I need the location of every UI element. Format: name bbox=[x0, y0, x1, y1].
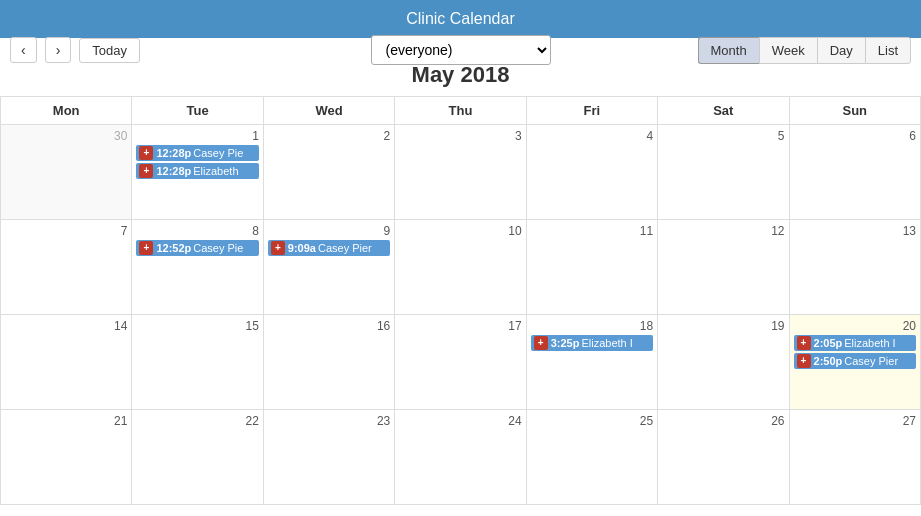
view-list-button[interactable]: List bbox=[865, 37, 911, 64]
day-number: 10 bbox=[399, 222, 521, 240]
day-number: 15 bbox=[136, 317, 258, 335]
calendar-week-3: 21222324252627 bbox=[1, 410, 921, 505]
day-number: 23 bbox=[268, 412, 390, 430]
day-number: 7 bbox=[5, 222, 127, 240]
calendar-cell[interactable]: 5 bbox=[658, 125, 789, 220]
day-number: 22 bbox=[136, 412, 258, 430]
calendar-week-1: 78+12:52pCasey Pie9+9:09aCasey Pier10111… bbox=[1, 220, 921, 315]
dow-header-sat: Sat bbox=[658, 97, 789, 125]
day-number: 4 bbox=[531, 127, 653, 145]
calendar-cell[interactable]: 4 bbox=[526, 125, 657, 220]
event-time: 2:50p bbox=[814, 355, 843, 367]
event-time: 12:52p bbox=[156, 242, 191, 254]
day-number: 6 bbox=[794, 127, 916, 145]
day-number: 17 bbox=[399, 317, 521, 335]
day-number: 26 bbox=[662, 412, 784, 430]
day-number: 20 bbox=[794, 317, 916, 335]
calendar-controls: ‹ › Today (everyone) Doctor A Doctor B M… bbox=[0, 38, 921, 62]
dow-header-sun: Sun bbox=[789, 97, 920, 125]
day-number: 16 bbox=[268, 317, 390, 335]
calendar-cell[interactable]: 9+9:09aCasey Pier bbox=[263, 220, 394, 315]
calendar-event[interactable]: +2:50pCasey Pier bbox=[794, 353, 916, 369]
day-number: 3 bbox=[399, 127, 521, 145]
calendar-event[interactable]: +3:25pElizabeth I bbox=[531, 335, 653, 351]
provider-dropdown-container: (everyone) Doctor A Doctor B bbox=[371, 35, 551, 65]
dow-header-thu: Thu bbox=[395, 97, 526, 125]
days-of-week-row: MonTueWedThuFriSatSun bbox=[1, 97, 921, 125]
calendar-cell[interactable]: 22 bbox=[132, 410, 263, 505]
calendar-cell[interactable]: 20+2:05pElizabeth I+2:50pCasey Pier bbox=[789, 315, 920, 410]
view-month-button[interactable]: Month bbox=[698, 37, 759, 64]
calendar-cell[interactable]: 30 bbox=[1, 125, 132, 220]
calendar-cell[interactable]: 6 bbox=[789, 125, 920, 220]
day-number: 21 bbox=[5, 412, 127, 430]
event-name: Elizabeth bbox=[193, 165, 238, 177]
event-icon: + bbox=[797, 354, 811, 368]
day-number: 30 bbox=[5, 127, 127, 145]
calendar-event[interactable]: +12:28pElizabeth bbox=[136, 163, 258, 179]
event-time: 12:28p bbox=[156, 147, 191, 159]
calendar-cell[interactable]: 8+12:52pCasey Pie bbox=[132, 220, 263, 315]
day-number: 8 bbox=[136, 222, 258, 240]
calendar-cell[interactable]: 27 bbox=[789, 410, 920, 505]
calendar-cell[interactable]: 24 bbox=[395, 410, 526, 505]
calendar-event[interactable]: +9:09aCasey Pier bbox=[268, 240, 390, 256]
day-number: 14 bbox=[5, 317, 127, 335]
event-time: 9:09a bbox=[288, 242, 316, 254]
calendar-cell[interactable]: 14 bbox=[1, 315, 132, 410]
view-week-button[interactable]: Week bbox=[759, 37, 817, 64]
event-icon: + bbox=[271, 241, 285, 255]
day-number: 1 bbox=[136, 127, 258, 145]
calendar-cell[interactable]: 16 bbox=[263, 315, 394, 410]
calendar-cell[interactable]: 17 bbox=[395, 315, 526, 410]
day-number: 5 bbox=[662, 127, 784, 145]
provider-select[interactable]: (everyone) Doctor A Doctor B bbox=[371, 35, 551, 65]
next-button[interactable]: › bbox=[45, 37, 72, 63]
nav-controls: ‹ › Today bbox=[10, 37, 140, 63]
day-number: 9 bbox=[268, 222, 390, 240]
calendar-cell[interactable]: 13 bbox=[789, 220, 920, 315]
day-number: 27 bbox=[794, 412, 916, 430]
calendar-week-0: 301+12:28pCasey Pie+12:28pElizabeth23456 bbox=[1, 125, 921, 220]
day-number: 24 bbox=[399, 412, 521, 430]
calendar-cell[interactable]: 11 bbox=[526, 220, 657, 315]
event-icon: + bbox=[797, 336, 811, 350]
dow-header-wed: Wed bbox=[263, 97, 394, 125]
calendar-week-2: 1415161718+3:25pElizabeth I1920+2:05pEli… bbox=[1, 315, 921, 410]
calendar-body: 301+12:28pCasey Pie+12:28pElizabeth23456… bbox=[1, 125, 921, 505]
event-name: Elizabeth I bbox=[581, 337, 632, 349]
calendar-cell[interactable]: 18+3:25pElizabeth I bbox=[526, 315, 657, 410]
day-number: 25 bbox=[531, 412, 653, 430]
day-number: 2 bbox=[268, 127, 390, 145]
prev-button[interactable]: ‹ bbox=[10, 37, 37, 63]
calendar-event[interactable]: +12:28pCasey Pie bbox=[136, 145, 258, 161]
today-button[interactable]: Today bbox=[79, 38, 140, 63]
dow-header-tue: Tue bbox=[132, 97, 263, 125]
calendar-cell[interactable]: 26 bbox=[658, 410, 789, 505]
event-name: Casey Pie bbox=[193, 242, 243, 254]
calendar-cell[interactable]: 10 bbox=[395, 220, 526, 315]
event-icon: + bbox=[534, 336, 548, 350]
calendar-event[interactable]: +2:05pElizabeth I bbox=[794, 335, 916, 351]
event-time: 12:28p bbox=[156, 165, 191, 177]
event-icon: + bbox=[139, 146, 153, 160]
calendar-cell[interactable]: 23 bbox=[263, 410, 394, 505]
calendar-cell[interactable]: 21 bbox=[1, 410, 132, 505]
view-controls: Month Week Day List bbox=[698, 37, 912, 64]
calendar-cell[interactable]: 12 bbox=[658, 220, 789, 315]
event-name: Casey Pier bbox=[844, 355, 898, 367]
calendar-cell[interactable]: 7 bbox=[1, 220, 132, 315]
event-icon: + bbox=[139, 164, 153, 178]
calendar-cell[interactable]: 1+12:28pCasey Pie+12:28pElizabeth bbox=[132, 125, 263, 220]
calendar-cell[interactable]: 25 bbox=[526, 410, 657, 505]
event-time: 2:05p bbox=[814, 337, 843, 349]
view-day-button[interactable]: Day bbox=[817, 37, 865, 64]
day-number: 13 bbox=[794, 222, 916, 240]
calendar-event[interactable]: +12:52pCasey Pie bbox=[136, 240, 258, 256]
calendar-header: MonTueWedThuFriSatSun bbox=[1, 97, 921, 125]
calendar-cell[interactable]: 2 bbox=[263, 125, 394, 220]
dow-header-fri: Fri bbox=[526, 97, 657, 125]
calendar-cell[interactable]: 3 bbox=[395, 125, 526, 220]
calendar-cell[interactable]: 19 bbox=[658, 315, 789, 410]
calendar-cell[interactable]: 15 bbox=[132, 315, 263, 410]
